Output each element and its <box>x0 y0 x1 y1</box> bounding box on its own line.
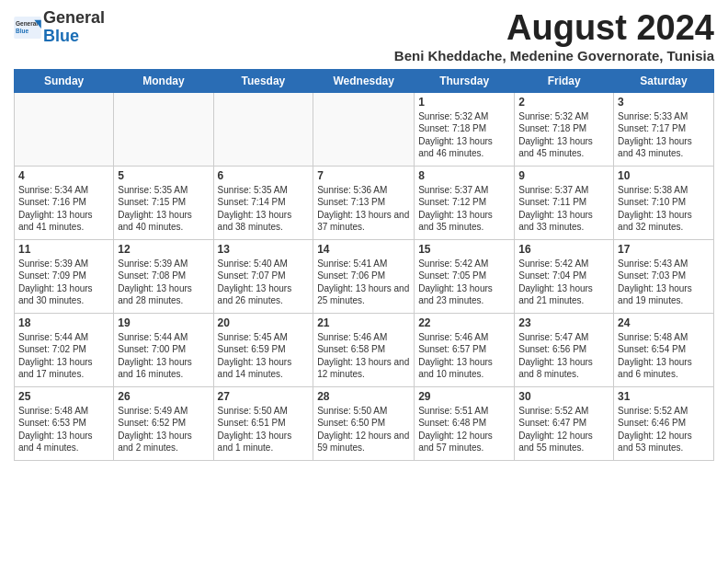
day-info: Sunrise: 5:47 AMSunset: 6:56 PMDaylight:… <box>518 331 609 381</box>
day-info: Sunrise: 5:41 AMSunset: 7:06 PMDaylight:… <box>317 258 410 307</box>
day-number: 5 <box>118 169 209 182</box>
col-thursday: Thursday <box>415 69 515 92</box>
day-info: Sunrise: 5:45 AMSunset: 6:59 PMDaylight:… <box>218 331 310 381</box>
table-row: 12Sunrise: 5:39 AMSunset: 7:08 PMDayligh… <box>114 239 213 313</box>
table-row: 17Sunrise: 5:43 AMSunset: 7:03 PMDayligh… <box>614 239 714 313</box>
day-info: Sunrise: 5:42 AMSunset: 7:05 PMDaylight:… <box>418 258 510 307</box>
day-number: 25 <box>18 390 109 403</box>
day-info: Sunrise: 5:37 AMSunset: 7:11 PMDaylight:… <box>518 184 609 234</box>
day-number: 18 <box>18 316 109 329</box>
table-row: 21Sunrise: 5:46 AMSunset: 6:58 PMDayligh… <box>313 313 415 386</box>
table-row: 9Sunrise: 5:37 AMSunset: 7:11 PMDaylight… <box>515 166 614 239</box>
table-row <box>313 92 415 166</box>
day-number: 11 <box>18 243 109 256</box>
day-info: Sunrise: 5:42 AMSunset: 7:04 PMDaylight:… <box>518 258 609 307</box>
table-row: 18Sunrise: 5:44 AMSunset: 7:02 PMDayligh… <box>15 313 114 386</box>
day-number: 19 <box>118 316 209 329</box>
table-row <box>114 92 213 166</box>
table-row: 3Sunrise: 5:33 AMSunset: 7:17 PMDaylight… <box>614 92 714 166</box>
day-info: Sunrise: 5:40 AMSunset: 7:07 PMDaylight:… <box>218 258 310 307</box>
page: General Blue General Blue August 2024 Be… <box>0 0 728 470</box>
day-number: 27 <box>218 390 310 403</box>
day-number: 31 <box>618 390 710 403</box>
table-row: 5Sunrise: 5:35 AMSunset: 7:15 PMDaylight… <box>114 166 213 239</box>
day-info: Sunrise: 5:38 AMSunset: 7:10 PMDaylight:… <box>618 184 710 234</box>
table-row: 27Sunrise: 5:50 AMSunset: 6:51 PMDayligh… <box>213 386 313 460</box>
day-info: Sunrise: 5:48 AMSunset: 6:54 PMDaylight:… <box>618 331 710 381</box>
col-wednesday: Wednesday <box>313 69 415 92</box>
calendar-week-row: 11Sunrise: 5:39 AMSunset: 7:09 PMDayligh… <box>15 239 714 313</box>
day-info: Sunrise: 5:33 AMSunset: 7:17 PMDaylight:… <box>618 110 710 160</box>
day-number: 6 <box>218 169 310 182</box>
logo: General Blue General Blue <box>14 9 105 46</box>
table-row <box>15 92 114 166</box>
day-info: Sunrise: 5:44 AMSunset: 7:00 PMDaylight:… <box>118 331 209 381</box>
day-info: Sunrise: 5:49 AMSunset: 6:52 PMDaylight:… <box>118 405 209 454</box>
logo-icon: General Blue <box>14 17 41 39</box>
day-info: Sunrise: 5:52 AMSunset: 6:46 PMDaylight:… <box>618 405 710 454</box>
day-info: Sunrise: 5:32 AMSunset: 7:18 PMDaylight:… <box>518 110 609 160</box>
table-row: 14Sunrise: 5:41 AMSunset: 7:06 PMDayligh… <box>313 239 415 313</box>
day-info: Sunrise: 5:48 AMSunset: 6:53 PMDaylight:… <box>18 405 109 454</box>
day-number: 20 <box>218 316 310 329</box>
main-title: August 2024 <box>394 9 714 48</box>
calendar-table: Sunday Monday Tuesday Wednesday Thursday… <box>14 69 714 461</box>
calendar-week-row: 1Sunrise: 5:32 AMSunset: 7:18 PMDaylight… <box>15 92 714 166</box>
calendar-week-row: 4Sunrise: 5:34 AMSunset: 7:16 PMDaylight… <box>15 166 714 239</box>
day-info: Sunrise: 5:39 AMSunset: 7:09 PMDaylight:… <box>18 258 109 307</box>
col-monday: Monday <box>114 69 213 92</box>
day-number: 24 <box>618 316 710 329</box>
title-block: August 2024 Beni Kheddache, Medenine Gov… <box>394 9 714 63</box>
table-row: 15Sunrise: 5:42 AMSunset: 7:05 PMDayligh… <box>415 239 515 313</box>
day-info: Sunrise: 5:37 AMSunset: 7:12 PMDaylight:… <box>418 184 510 234</box>
calendar-header-row: Sunday Monday Tuesday Wednesday Thursday… <box>15 69 714 92</box>
table-row: 26Sunrise: 5:49 AMSunset: 6:52 PMDayligh… <box>114 386 213 460</box>
day-number: 16 <box>518 243 609 256</box>
day-number: 21 <box>317 316 410 329</box>
table-row: 1Sunrise: 5:32 AMSunset: 7:18 PMDaylight… <box>415 92 515 166</box>
day-info: Sunrise: 5:35 AMSunset: 7:14 PMDaylight:… <box>218 184 310 234</box>
day-info: Sunrise: 5:34 AMSunset: 7:16 PMDaylight:… <box>18 184 109 234</box>
table-row: 30Sunrise: 5:52 AMSunset: 6:47 PMDayligh… <box>515 386 614 460</box>
day-number: 3 <box>618 96 710 109</box>
day-info: Sunrise: 5:51 AMSunset: 6:48 PMDaylight:… <box>418 405 510 454</box>
day-number: 1 <box>418 96 510 109</box>
day-number: 4 <box>18 169 109 182</box>
table-row: 8Sunrise: 5:37 AMSunset: 7:12 PMDaylight… <box>415 166 515 239</box>
day-number: 17 <box>618 243 710 256</box>
day-number: 14 <box>317 243 410 256</box>
table-row: 22Sunrise: 5:46 AMSunset: 6:57 PMDayligh… <box>415 313 515 386</box>
header: General Blue General Blue August 2024 Be… <box>14 9 714 63</box>
svg-text:Blue: Blue <box>16 28 28 34</box>
table-row: 13Sunrise: 5:40 AMSunset: 7:07 PMDayligh… <box>213 239 313 313</box>
svg-text:General: General <box>16 20 38 27</box>
table-row: 24Sunrise: 5:48 AMSunset: 6:54 PMDayligh… <box>614 313 714 386</box>
day-info: Sunrise: 5:32 AMSunset: 7:18 PMDaylight:… <box>418 110 510 160</box>
day-number: 13 <box>218 243 310 256</box>
day-info: Sunrise: 5:50 AMSunset: 6:51 PMDaylight:… <box>218 405 310 454</box>
day-info: Sunrise: 5:35 AMSunset: 7:15 PMDaylight:… <box>118 184 209 234</box>
table-row: 23Sunrise: 5:47 AMSunset: 6:56 PMDayligh… <box>515 313 614 386</box>
table-row: 19Sunrise: 5:44 AMSunset: 7:00 PMDayligh… <box>114 313 213 386</box>
day-number: 10 <box>618 169 710 182</box>
day-number: 15 <box>418 243 510 256</box>
table-row: 28Sunrise: 5:50 AMSunset: 6:50 PMDayligh… <box>313 386 415 460</box>
logo-text: General Blue <box>43 9 105 46</box>
table-row: 6Sunrise: 5:35 AMSunset: 7:14 PMDaylight… <box>213 166 313 239</box>
table-row <box>213 92 313 166</box>
table-row: 31Sunrise: 5:52 AMSunset: 6:46 PMDayligh… <box>614 386 714 460</box>
day-info: Sunrise: 5:39 AMSunset: 7:08 PMDaylight:… <box>118 258 209 307</box>
table-row: 11Sunrise: 5:39 AMSunset: 7:09 PMDayligh… <box>15 239 114 313</box>
day-number: 28 <box>317 390 410 403</box>
day-info: Sunrise: 5:43 AMSunset: 7:03 PMDaylight:… <box>618 258 710 307</box>
day-number: 8 <box>418 169 510 182</box>
day-number: 2 <box>518 96 609 109</box>
table-row: 10Sunrise: 5:38 AMSunset: 7:10 PMDayligh… <box>614 166 714 239</box>
day-number: 12 <box>118 243 209 256</box>
day-info: Sunrise: 5:46 AMSunset: 6:57 PMDaylight:… <box>418 331 510 381</box>
day-info: Sunrise: 5:44 AMSunset: 7:02 PMDaylight:… <box>18 331 109 381</box>
col-sunday: Sunday <box>15 69 114 92</box>
table-row: 20Sunrise: 5:45 AMSunset: 6:59 PMDayligh… <box>213 313 313 386</box>
table-row: 16Sunrise: 5:42 AMSunset: 7:04 PMDayligh… <box>515 239 614 313</box>
day-number: 23 <box>518 316 609 329</box>
